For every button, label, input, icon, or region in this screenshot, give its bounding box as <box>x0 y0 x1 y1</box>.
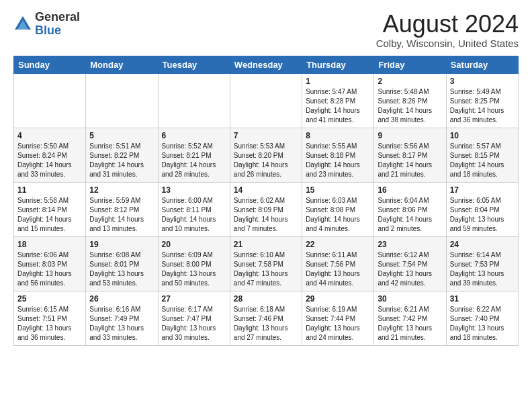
calendar-cell: 10Sunrise: 5:57 AMSunset: 8:15 PMDayligh… <box>446 128 518 182</box>
day-number: 7 <box>234 131 298 140</box>
weekday-header-monday: Monday <box>86 56 158 73</box>
day-number: 9 <box>378 131 442 140</box>
day-info: Sunrise: 5:53 AMSunset: 8:20 PMDaylight:… <box>234 142 298 179</box>
calendar-cell: 4Sunrise: 5:50 AMSunset: 8:24 PMDaylight… <box>14 128 86 182</box>
weekday-header-wednesday: Wednesday <box>230 56 302 73</box>
day-number: 3 <box>450 77 515 86</box>
calendar-cell: 29Sunrise: 6:19 AMSunset: 7:44 PMDayligh… <box>302 291 374 345</box>
month-year-title: August 2024 <box>376 11 519 38</box>
calendar-cell: 12Sunrise: 5:59 AMSunset: 8:12 PMDayligh… <box>86 182 158 236</box>
calendar-cell: 28Sunrise: 6:18 AMSunset: 7:46 PMDayligh… <box>230 291 302 345</box>
calendar-cell: 21Sunrise: 6:10 AMSunset: 7:58 PMDayligh… <box>230 236 302 291</box>
day-info: Sunrise: 6:08 AMSunset: 8:01 PMDaylight:… <box>89 250 154 288</box>
day-info: Sunrise: 5:52 AMSunset: 8:21 PMDaylight:… <box>162 142 226 179</box>
calendar-cell: 9Sunrise: 5:56 AMSunset: 8:17 PMDaylight… <box>374 128 446 182</box>
calendar-cell: 20Sunrise: 6:09 AMSunset: 8:00 PMDayligh… <box>158 236 230 291</box>
day-number: 31 <box>450 294 515 304</box>
week-row-1: 1Sunrise: 5:47 AMSunset: 8:28 PMDaylight… <box>14 73 519 128</box>
day-number: 15 <box>306 185 370 195</box>
calendar-cell: 13Sunrise: 6:00 AMSunset: 8:11 PMDayligh… <box>158 182 230 236</box>
day-info: Sunrise: 6:06 AMSunset: 8:03 PMDaylight:… <box>17 250 82 288</box>
day-info: Sunrise: 6:10 AMSunset: 7:58 PMDaylight:… <box>234 250 298 288</box>
day-number: 20 <box>162 240 226 249</box>
calendar-cell <box>14 73 86 128</box>
day-info: Sunrise: 5:58 AMSunset: 8:14 PMDaylight:… <box>17 196 82 234</box>
day-number: 13 <box>162 185 226 195</box>
day-info: Sunrise: 6:14 AMSunset: 7:53 PMDaylight:… <box>450 250 515 288</box>
calendar-cell: 8Sunrise: 5:55 AMSunset: 8:18 PMDaylight… <box>302 128 374 182</box>
calendar-cell: 11Sunrise: 5:58 AMSunset: 8:14 PMDayligh… <box>14 182 86 236</box>
day-number: 17 <box>450 185 515 195</box>
logo-general-text: General <box>35 11 80 24</box>
day-info: Sunrise: 6:11 AMSunset: 7:56 PMDaylight:… <box>306 250 370 288</box>
day-info: Sunrise: 5:47 AMSunset: 8:28 PMDaylight:… <box>306 87 370 125</box>
day-number: 12 <box>89 185 154 195</box>
day-number: 18 <box>17 240 82 249</box>
day-info: Sunrise: 5:51 AMSunset: 8:22 PMDaylight:… <box>89 142 154 179</box>
calendar-cell: 1Sunrise: 5:47 AMSunset: 8:28 PMDaylight… <box>302 73 374 128</box>
day-info: Sunrise: 5:48 AMSunset: 8:26 PMDaylight:… <box>378 87 442 125</box>
day-number: 26 <box>89 294 154 304</box>
day-number: 14 <box>234 185 298 195</box>
day-info: Sunrise: 6:05 AMSunset: 8:04 PMDaylight:… <box>450 196 515 234</box>
day-number: 4 <box>17 131 82 140</box>
day-number: 25 <box>17 294 82 304</box>
day-number: 5 <box>89 131 154 140</box>
calendar-cell <box>158 73 230 128</box>
week-row-4: 18Sunrise: 6:06 AMSunset: 8:03 PMDayligh… <box>14 236 519 291</box>
calendar-cell: 30Sunrise: 6:21 AMSunset: 7:42 PMDayligh… <box>374 291 446 345</box>
logo: General Blue <box>13 11 80 38</box>
location-subtitle: Colby, Wisconsin, United States <box>376 38 519 49</box>
day-number: 23 <box>378 240 442 249</box>
week-row-5: 25Sunrise: 6:15 AMSunset: 7:51 PMDayligh… <box>14 291 519 345</box>
day-info: Sunrise: 5:57 AMSunset: 8:15 PMDaylight:… <box>450 142 515 179</box>
title-block: August 2024 Colby, Wisconsin, United Sta… <box>376 11 519 49</box>
day-info: Sunrise: 6:02 AMSunset: 8:09 PMDaylight:… <box>234 196 298 234</box>
calendar: SundayMondayTuesdayWednesdayThursdayFrid… <box>13 56 519 346</box>
calendar-cell: 31Sunrise: 6:22 AMSunset: 7:40 PMDayligh… <box>446 291 518 345</box>
calendar-cell: 24Sunrise: 6:14 AMSunset: 7:53 PMDayligh… <box>446 236 518 291</box>
week-row-3: 11Sunrise: 5:58 AMSunset: 8:14 PMDayligh… <box>14 182 519 236</box>
logo-text: General Blue <box>35 11 80 38</box>
day-number: 22 <box>306 240 370 249</box>
day-info: Sunrise: 5:56 AMSunset: 8:17 PMDaylight:… <box>378 142 442 179</box>
weekday-header-saturday: Saturday <box>446 56 518 73</box>
weekday-header-tuesday: Tuesday <box>158 56 230 73</box>
logo-icon <box>13 15 32 34</box>
calendar-cell: 25Sunrise: 6:15 AMSunset: 7:51 PMDayligh… <box>14 291 86 345</box>
day-number: 1 <box>306 77 370 86</box>
day-number: 8 <box>306 131 370 140</box>
calendar-cell: 15Sunrise: 6:03 AMSunset: 8:08 PMDayligh… <box>302 182 374 236</box>
calendar-cell: 6Sunrise: 5:52 AMSunset: 8:21 PMDaylight… <box>158 128 230 182</box>
day-number: 6 <box>162 131 226 140</box>
day-info: Sunrise: 6:17 AMSunset: 7:47 PMDaylight:… <box>162 305 226 342</box>
day-number: 10 <box>450 131 515 140</box>
header: General Blue August 2024 Colby, Wisconsi… <box>13 11 519 49</box>
calendar-cell: 7Sunrise: 5:53 AMSunset: 8:20 PMDaylight… <box>230 128 302 182</box>
calendar-cell: 17Sunrise: 6:05 AMSunset: 8:04 PMDayligh… <box>446 182 518 236</box>
calendar-cell: 3Sunrise: 5:49 AMSunset: 8:25 PMDaylight… <box>446 73 518 128</box>
day-info: Sunrise: 6:16 AMSunset: 7:49 PMDaylight:… <box>89 305 154 342</box>
day-info: Sunrise: 6:12 AMSunset: 7:54 PMDaylight:… <box>378 250 442 288</box>
day-info: Sunrise: 6:18 AMSunset: 7:46 PMDaylight:… <box>234 305 298 342</box>
day-number: 19 <box>89 240 154 249</box>
logo-blue-text: Blue <box>35 24 80 38</box>
day-info: Sunrise: 6:03 AMSunset: 8:08 PMDaylight:… <box>306 196 370 234</box>
calendar-cell: 5Sunrise: 5:51 AMSunset: 8:22 PMDaylight… <box>86 128 158 182</box>
week-row-2: 4Sunrise: 5:50 AMSunset: 8:24 PMDaylight… <box>14 128 519 182</box>
calendar-cell: 14Sunrise: 6:02 AMSunset: 8:09 PMDayligh… <box>230 182 302 236</box>
calendar-cell: 22Sunrise: 6:11 AMSunset: 7:56 PMDayligh… <box>302 236 374 291</box>
day-number: 28 <box>234 294 298 304</box>
day-number: 16 <box>378 185 442 195</box>
day-info: Sunrise: 6:00 AMSunset: 8:11 PMDaylight:… <box>162 196 226 234</box>
day-info: Sunrise: 6:15 AMSunset: 7:51 PMDaylight:… <box>17 305 82 342</box>
calendar-cell <box>86 73 158 128</box>
day-info: Sunrise: 6:22 AMSunset: 7:40 PMDaylight:… <box>450 305 515 342</box>
day-number: 24 <box>450 240 515 249</box>
day-number: 2 <box>378 77 442 86</box>
calendar-cell <box>230 73 302 128</box>
day-info: Sunrise: 6:09 AMSunset: 8:00 PMDaylight:… <box>162 250 226 288</box>
day-number: 11 <box>17 185 82 195</box>
day-info: Sunrise: 5:55 AMSunset: 8:18 PMDaylight:… <box>306 142 370 179</box>
weekday-header-row: SundayMondayTuesdayWednesdayThursdayFrid… <box>14 56 519 73</box>
